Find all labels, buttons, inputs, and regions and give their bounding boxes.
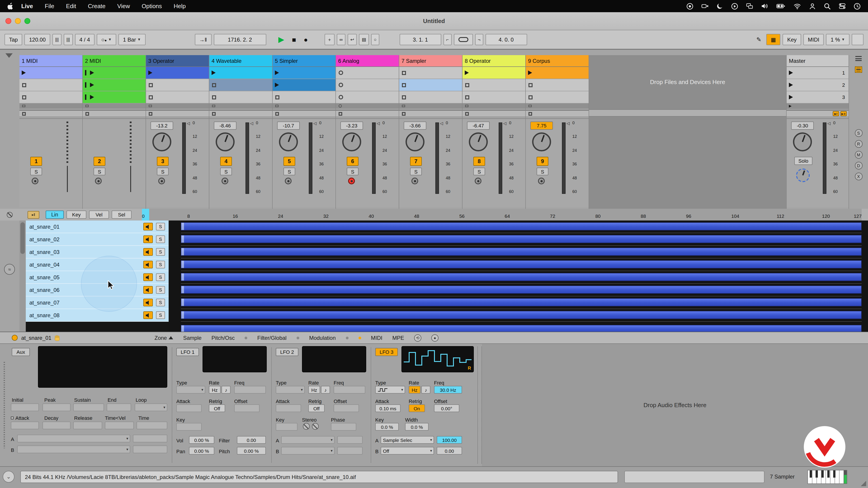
lfo2-amount-a-field[interactable]: [337, 436, 363, 444]
clip-slot[interactable]: [463, 91, 525, 103]
clip-slot[interactable]: [526, 91, 589, 103]
sample-row[interactable]: at_snare_02S: [26, 233, 168, 246]
aux-amount-b-field[interactable]: [133, 446, 167, 453]
displays-icon[interactable]: [746, 3, 753, 9]
zone-fade-button[interactable]: ▸‖: [28, 211, 39, 219]
arrangement-position-field[interactable]: 1716. 2. 2: [214, 34, 266, 45]
lfo1-display[interactable]: [203, 346, 267, 372]
metronome-button[interactable]: ○●▼: [97, 34, 116, 45]
loop-start-field[interactable]: 3. 1. 1: [400, 34, 441, 45]
clip-slot[interactable]: [336, 103, 399, 109]
clip-slot[interactable]: [463, 103, 525, 109]
menu-item-edit[interactable]: Edit: [66, 3, 76, 9]
lfo1-filter-amount[interactable]: 0.00: [237, 436, 266, 444]
master-pan-knob[interactable]: [793, 132, 812, 151]
pan-knob[interactable]: [152, 132, 171, 151]
clip-slot[interactable]: [83, 79, 146, 91]
lfo3-amount-b-field[interactable]: 0.00: [437, 447, 462, 455]
lfo1-pan-amount[interactable]: 0.00 %: [189, 447, 214, 455]
track-activator-button[interactable]: 2: [94, 157, 105, 166]
lfo2-amount-b-field[interactable]: [337, 447, 363, 455]
clip-slot[interactable]: [526, 79, 589, 91]
key-zone-bar[interactable]: [181, 273, 862, 281]
track-activator-button[interactable]: 6: [347, 157, 359, 166]
key-zone-bar[interactable]: [181, 260, 862, 268]
clip-slot[interactable]: [273, 79, 336, 91]
tap-tempo-button[interactable]: Tap: [4, 34, 22, 45]
arm-button[interactable]: [411, 177, 418, 184]
clip-slot[interactable]: [526, 67, 589, 79]
tab-key[interactable]: Key: [66, 210, 86, 219]
volume-db-field[interactable]: 7.75: [530, 122, 553, 130]
track-header[interactable]: 5 Simpler: [273, 55, 336, 67]
tab-pitch-osc[interactable]: Pitch/Osc: [212, 335, 235, 341]
clip-slot[interactable]: [209, 103, 272, 109]
track-activator-button[interactable]: 3: [157, 157, 168, 166]
io-section-toggle[interactable]: [855, 66, 862, 73]
master-track-header[interactable]: Master: [786, 55, 848, 67]
punch-out-button[interactable]: ¬: [475, 34, 483, 45]
sample-audition-button[interactable]: [143, 235, 153, 243]
clip-slot[interactable]: [399, 67, 462, 79]
tab-filter-global[interactable]: Filter/Global: [257, 335, 286, 341]
volume-handle-icon[interactable]: ◁: [187, 121, 190, 126]
menu-item-file[interactable]: File: [45, 3, 54, 9]
follow-button[interactable]: →‖: [195, 34, 211, 45]
lfo3-offset-field[interactable]: 0.00°: [434, 404, 459, 412]
tab-zone[interactable]: Zone: [154, 335, 173, 341]
lfo1-attack-field[interactable]: [176, 404, 202, 412]
track-header[interactable]: 6 Analog: [336, 55, 399, 67]
key-zone-bar[interactable]: [181, 325, 862, 332]
mixer-section-toggle-r[interactable]: R: [855, 140, 862, 148]
sample-audition-button[interactable]: [143, 273, 153, 281]
quantize-menu[interactable]: 1 Bar▼: [119, 34, 145, 45]
pan-knob[interactable]: [469, 132, 488, 151]
sample-solo-button[interactable]: S: [156, 273, 165, 281]
follow-toggle-icon[interactable]: ≈: [4, 264, 15, 275]
sample-row[interactable]: at_snare_01S: [26, 221, 168, 233]
arm-button[interactable]: [32, 177, 38, 184]
clip-slot[interactable]: [20, 79, 82, 91]
lfo3-dest-b-dropdown[interactable]: Off▼: [381, 447, 434, 455]
loop-mode-dropdown[interactable]: ▼: [135, 403, 167, 411]
menu-item-live[interactable]: Live: [21, 3, 33, 9]
lfo2-stereo-mode-spin-icon[interactable]: [312, 423, 319, 430]
volume-db-field[interactable]: -3.66: [404, 122, 426, 130]
lfo1-type-dropdown[interactable]: ▼: [176, 386, 205, 394]
wifi-icon[interactable]: [794, 3, 801, 9]
track-stop-button[interactable]: [86, 112, 89, 116]
sample-solo-button[interactable]: S: [156, 261, 165, 268]
lfo3-key-field[interactable]: 0.0 %: [375, 423, 399, 431]
volume-db-field[interactable]: -10.7: [277, 122, 300, 130]
lfo2-type-dropdown[interactable]: ▼: [276, 386, 305, 394]
midi-map-button[interactable]: MIDI: [803, 34, 824, 45]
track-header[interactable]: 8 Operator: [463, 55, 525, 67]
clip-slot[interactable]: [209, 91, 272, 103]
draw-mode-button[interactable]: ✎: [754, 34, 764, 45]
lfo3-rate-sync-button[interactable]: ♪: [421, 386, 430, 394]
lfo1-rate-hz-button[interactable]: Hz: [209, 386, 221, 394]
clip-slot[interactable]: [273, 67, 336, 79]
mixer-section-toggle-m[interactable]: M: [855, 151, 862, 159]
solo-button[interactable]: S: [157, 168, 168, 175]
overdub-button[interactable]: ＋: [324, 34, 335, 45]
tab-mpe[interactable]: MPE: [393, 335, 404, 341]
lfo1-button[interactable]: LFO 1: [176, 348, 199, 356]
computer-midi-keyboard-button[interactable]: ▦: [766, 34, 780, 45]
attack-field[interactable]: [11, 422, 39, 429]
mixer-section-toggle-d[interactable]: D: [855, 162, 862, 169]
stop-button[interactable]: ■: [289, 34, 299, 45]
track-stop-button[interactable]: [528, 112, 532, 116]
key-zone-bar[interactable]: [181, 311, 862, 319]
scrollbar-thumb[interactable]: [20, 222, 25, 254]
arm-button[interactable]: [95, 177, 102, 184]
hot-swap-icon[interactable]: ⟲: [414, 334, 421, 341]
lfo1-freq-field[interactable]: [234, 386, 266, 394]
volume-handle-icon[interactable]: ◁: [313, 121, 316, 126]
clip-slot[interactable]: [463, 67, 525, 79]
menu-item-view[interactable]: View: [117, 3, 130, 9]
lfo2-phase-field[interactable]: [331, 423, 356, 431]
lfo3-retrig-button[interactable]: On: [409, 404, 425, 412]
lfo3-freq-field[interactable]: 30.0 Hz: [434, 386, 462, 394]
solo-button[interactable]: S: [283, 168, 295, 175]
